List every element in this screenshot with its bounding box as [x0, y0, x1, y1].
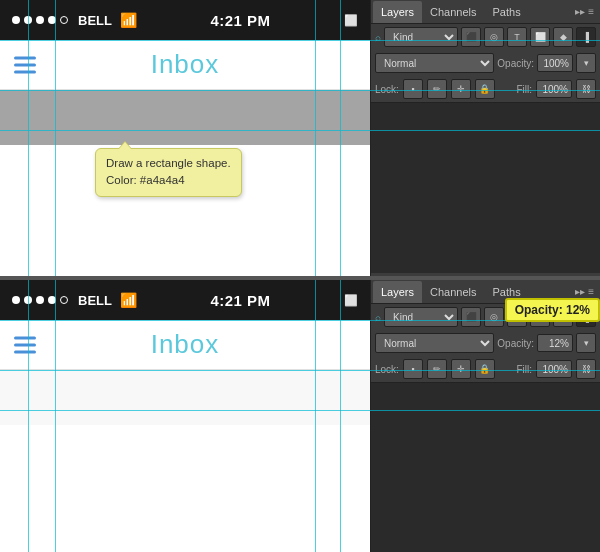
tab-paths-top[interactable]: Paths: [485, 1, 529, 23]
more-icon-top[interactable]: ▸▸: [575, 6, 585, 17]
signal-dot: [12, 16, 20, 24]
signal-dot: [12, 296, 20, 304]
wifi-icon: 📶: [120, 12, 137, 28]
wifi-icon-bottom: 📶: [120, 292, 137, 308]
signal-dot: [36, 296, 44, 304]
guide-line: [55, 0, 56, 276]
hamburger-button-top[interactable]: [14, 56, 36, 73]
lock-icon-brush-top[interactable]: ✏: [427, 79, 447, 99]
opacity-input-bottom[interactable]: [537, 334, 573, 352]
carrier-text-bottom: BELL: [78, 293, 112, 308]
tab-channels-top[interactable]: Channels: [422, 1, 484, 23]
hamburger-line: [14, 63, 36, 66]
status-left-bottom: BELL 📶: [12, 292, 137, 308]
tab-channels-bottom[interactable]: Channels: [422, 281, 484, 303]
fill-input-top[interactable]: [536, 80, 572, 98]
lock-icon-brush-bottom[interactable]: ✏: [427, 359, 447, 379]
layers-list-top: [371, 103, 600, 273]
signal-dot-empty: [60, 296, 68, 304]
tab-layers-bottom[interactable]: Layers: [373, 281, 422, 303]
fill-chain-top[interactable]: ⛓: [576, 79, 596, 99]
battery-area-bottom: ⬜: [344, 293, 358, 307]
opacity-label-top: Opacity:: [497, 58, 534, 69]
hamburger-line: [14, 70, 36, 73]
opacity-arrow-bottom[interactable]: ▾: [576, 333, 596, 353]
guide-line: [0, 90, 600, 91]
guide-line: [0, 370, 600, 371]
icon-btn-scroll-top[interactable]: ▐: [576, 27, 596, 47]
opacity-row-bottom: Normal Opacity: ▾ Opacity: 12%: [371, 330, 600, 356]
tab-layers-top[interactable]: Layers: [373, 1, 422, 23]
panel-tab-icons-top: ▸▸ ≡: [575, 6, 598, 17]
nav-title-bottom: Inbox: [151, 329, 220, 360]
guide-line: [0, 130, 600, 131]
top-section: BELL 📶 4:21 PM ⬜ Inbox Draw a rectangle …: [0, 0, 600, 276]
lock-icon-move-top[interactable]: ✛: [451, 79, 471, 99]
icon-btn-img-bottom[interactable]: ⬛: [461, 307, 481, 327]
layers-list-bottom: [371, 383, 600, 552]
guide-line: [340, 0, 341, 276]
time-display-top: 4:21 PM: [210, 12, 270, 29]
blend-mode-bottom[interactable]: Normal: [375, 333, 494, 353]
fill-input-bottom[interactable]: [536, 360, 572, 378]
panel-tabs-top: Layers Channels Paths ▸▸ ≡: [371, 0, 600, 24]
guide-line: [0, 410, 600, 411]
time-display-bottom: 4:21 PM: [210, 292, 270, 309]
signal-dot: [36, 16, 44, 24]
nav-title-top: Inbox: [151, 49, 220, 80]
icon-btn-shape-top[interactable]: ⬜: [530, 27, 550, 47]
lock-icon-lock-top[interactable]: 🔒: [475, 79, 495, 99]
fill-chain-bottom[interactable]: ⛓: [576, 359, 596, 379]
tooltip-line2: Color: #a4a4a4: [106, 172, 231, 189]
blend-mode-top[interactable]: Normal: [375, 53, 494, 73]
icon-btn-adj-bottom[interactable]: ◎: [484, 307, 504, 327]
guide-line: [315, 0, 316, 276]
icon-btn-img-top[interactable]: ⬛: [461, 27, 481, 47]
opacity-highlight-tooltip: Opacity: 12%: [505, 298, 600, 322]
fill-label-bottom: Fill:: [516, 364, 532, 375]
battery-area: ⬜: [344, 13, 358, 27]
menu-icon-top[interactable]: ≡: [588, 6, 594, 17]
tooltip-line1: Draw a rectangle shape.: [106, 155, 231, 172]
opacity-input-top[interactable]: [537, 54, 573, 72]
opacity-arrow-top[interactable]: ▾: [576, 53, 596, 73]
signal-dot-empty: [60, 16, 68, 24]
status-left: BELL 📶: [12, 12, 137, 28]
bottom-section: BELL 📶 4:21 PM ⬜ Inbox Layers Channel: [0, 280, 600, 552]
menu-icon-bottom[interactable]: ≡: [588, 286, 594, 297]
tooltip-top: Draw a rectangle shape. Color: #a4a4a4: [95, 148, 242, 197]
panel-tab-icons-bottom: ▸▸ ≡: [575, 286, 598, 297]
icon-btn-smart-top[interactable]: ◆: [553, 27, 573, 47]
lock-icon-checkerboard-top[interactable]: ▪: [403, 79, 423, 99]
hamburger-line: [14, 336, 36, 339]
guide-line: [28, 0, 29, 276]
kind-row-top: ⌕ Kind ⬛ ◎ T ⬜ ◆ ▐: [371, 24, 600, 50]
lock-icon-move-bottom[interactable]: ✛: [451, 359, 471, 379]
guide-line: [0, 40, 600, 41]
kind-select-top[interactable]: Kind: [384, 27, 458, 47]
icon-btn-text-top[interactable]: T: [507, 27, 527, 47]
lock-label-top: Lock:: [375, 84, 399, 95]
ps-panel-top: Layers Channels Paths ▸▸ ≡ ⌕ Kind ⬛ ◎ T …: [370, 0, 600, 276]
icon-btn-adj-top[interactable]: ◎: [484, 27, 504, 47]
hamburger-line: [14, 343, 36, 346]
hamburger-line: [14, 350, 36, 353]
lock-label-bottom: Lock:: [375, 364, 399, 375]
lock-icon-lock-bottom[interactable]: 🔒: [475, 359, 495, 379]
lock-icon-checkerboard-bottom[interactable]: ▪: [403, 359, 423, 379]
hamburger-button-bottom[interactable]: [14, 336, 36, 353]
opacity-label-bottom: Opacity:: [497, 338, 534, 349]
opacity-row-top: Normal Opacity: ▾: [371, 50, 600, 76]
fill-label-top: Fill:: [516, 84, 532, 95]
more-icon-bottom[interactable]: ▸▸: [575, 286, 585, 297]
carrier-text: BELL: [78, 13, 112, 28]
kind-select-bottom[interactable]: Kind: [384, 307, 458, 327]
hamburger-line: [14, 56, 36, 59]
